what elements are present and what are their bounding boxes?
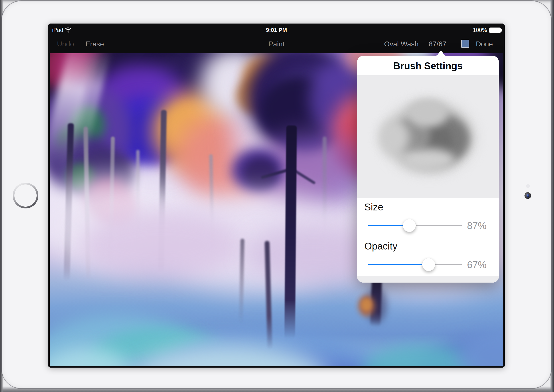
opacity-label: Opacity	[364, 241, 397, 252]
brush-settings-popover: Brush Settings Size 87% Opacity 67%	[357, 56, 499, 283]
clock: 9:01 PM	[48, 27, 505, 33]
battery-icon	[489, 28, 501, 33]
popover-arrow-icon	[434, 50, 448, 56]
color-swatch-button[interactable]	[461, 40, 469, 48]
brush-size-opacity-button[interactable]: 87/67	[429, 40, 446, 48]
light-sensor	[526, 184, 530, 188]
brush-stroke-preview	[357, 75, 499, 198]
home-button[interactable]	[13, 183, 38, 208]
popover-header: Brush Settings	[357, 56, 499, 75]
home-button-inner	[14, 184, 37, 207]
screen: iPad 9:01 PM 100% Undo Erase Paint Oval …	[48, 23, 505, 368]
ipad-device: iPad 9:01 PM 100% Undo Erase Paint Oval …	[0, 0, 554, 392]
size-value: 87%	[447, 220, 486, 231]
brush-name-button[interactable]: Oval Wash	[384, 40, 418, 48]
size-row: Size 87%	[357, 198, 499, 237]
watercolor-blob	[378, 120, 409, 155]
watercolor-blob	[361, 299, 371, 311]
opacity-row: Opacity 67%	[357, 237, 499, 276]
camera-lens-icon	[526, 194, 529, 197]
battery-percent: 100%	[473, 27, 487, 33]
opacity-value: 67%	[447, 259, 486, 270]
watercolor-blob	[458, 326, 503, 366]
size-slider-knob[interactable]	[403, 219, 416, 232]
popover-footer	[357, 276, 499, 283]
watercolor-blob	[407, 98, 448, 127]
front-camera	[525, 192, 531, 199]
popover-title: Brush Settings	[357, 56, 499, 75]
opacity-slider-fill	[368, 264, 429, 265]
opacity-slider-knob[interactable]	[422, 258, 435, 271]
watercolor-blob	[284, 126, 297, 338]
size-label: Size	[364, 202, 383, 213]
watercolor-blob	[81, 211, 241, 280]
done-button[interactable]: Done	[476, 40, 493, 48]
watercolor-blob	[403, 148, 455, 171]
